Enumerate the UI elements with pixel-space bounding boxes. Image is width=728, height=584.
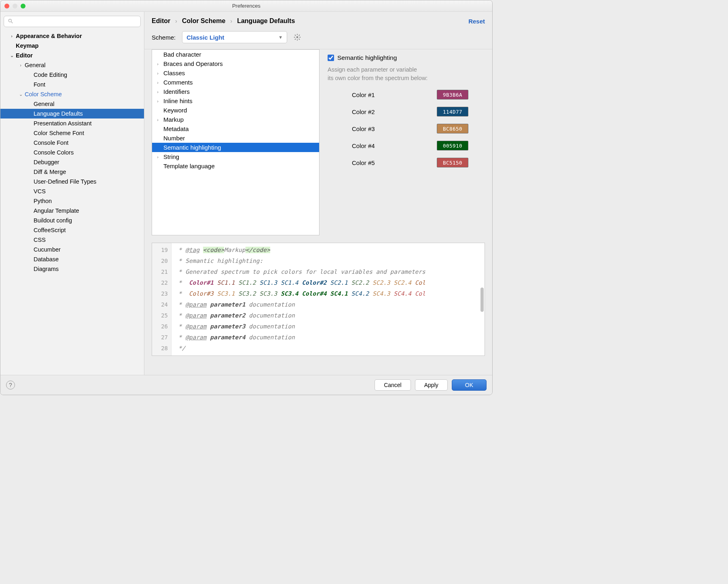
sidebar-item[interactable]: ⌄Color Scheme [0, 89, 144, 99]
titlebar: Preferences [0, 0, 492, 12]
sidebar-item[interactable]: ⌄Editor [0, 51, 144, 60]
sidebar-item-label: Python [34, 198, 52, 204]
category-item[interactable]: Bad character [152, 50, 319, 59]
semantic-checkbox[interactable] [328, 55, 334, 61]
sidebar-item-label: General [34, 101, 55, 107]
chevron-icon: › [17, 63, 25, 68]
svg-line-9 [295, 39, 296, 40]
sidebar-item[interactable]: ›General [0, 60, 144, 70]
sidebar-item[interactable]: Angular Template [0, 206, 144, 216]
reset-link[interactable]: Reset [468, 18, 485, 25]
chevron-right-icon: › [175, 18, 177, 24]
category-label: Comments [163, 79, 193, 86]
color-swatch[interactable]: BC5150 [437, 158, 468, 167]
category-label: Keyword [163, 107, 187, 114]
sidebar-item[interactable]: Language Defaults [0, 109, 144, 118]
category-item[interactable]: ›Classes [152, 68, 319, 78]
gear-icon[interactable] [294, 34, 301, 41]
sidebar-item-label: Language Defaults [34, 110, 83, 117]
category-item[interactable]: ›Comments [152, 78, 319, 87]
sidebar-item-label: Font [34, 81, 45, 88]
sidebar-item[interactable]: Font [0, 80, 144, 89]
color-swatch[interactable]: 114D77 [437, 107, 468, 116]
chevron-right-icon: › [230, 18, 232, 24]
category-item[interactable]: ›Braces and Operators [152, 59, 319, 68]
chevron-icon: › [152, 89, 163, 94]
semantic-checkbox-label: Semantic highlighting [337, 54, 397, 61]
sidebar-item-label: Diff & Merge [34, 169, 66, 175]
sidebar-item[interactable]: Console Font [0, 138, 144, 148]
color-swatch[interactable]: 005910 [437, 141, 468, 150]
vertical-scrollbar[interactable] [480, 288, 484, 312]
apply-button[interactable]: Apply [415, 379, 448, 391]
code-area: * @tag <code>Markup</code> * Semantic hi… [171, 243, 485, 355]
sidebar-item[interactable]: Debugger [0, 157, 144, 167]
sidebar-item-label: Appearance & Behavior [16, 33, 82, 39]
sidebar-item[interactable]: Color Scheme Font [0, 128, 144, 138]
color-label: Color #1 [352, 91, 384, 98]
sidebar-item[interactable]: CoffeeScript [0, 225, 144, 235]
category-item[interactable]: ›String [152, 152, 319, 161]
category-item[interactable]: ›Identifiers [152, 87, 319, 96]
sidebar-item-label: Buildout config [34, 217, 72, 224]
chevron-icon: › [152, 117, 163, 122]
category-item[interactable]: Semantic highlighting [152, 143, 319, 152]
sidebar-item-label: Console Colors [34, 149, 74, 156]
category-item[interactable]: Number [152, 133, 319, 143]
sidebar-item[interactable]: Diff & Merge [0, 167, 144, 177]
breadcrumb-language-defaults: Language Defaults [237, 17, 295, 25]
scheme-select[interactable]: Classic Light ▼ [182, 31, 287, 43]
color-swatch[interactable]: 9B3B6A [437, 90, 468, 99]
sidebar-item-label: Angular Template [34, 207, 79, 214]
color-swatch[interactable]: BC8650 [437, 124, 468, 133]
sidebar-item[interactable]: ›Appearance & Behavior [0, 31, 144, 41]
sidebar-item-label: VCS [34, 188, 46, 195]
sidebar-item[interactable]: Diagrams [0, 264, 144, 274]
sidebar-item[interactable]: General [0, 99, 144, 109]
category-item[interactable]: ›Markup [152, 115, 319, 124]
sidebar-item-label: Keymap [16, 42, 38, 49]
sidebar-item-label: Presentation Assistant [34, 120, 91, 127]
sidebar-item[interactable]: Console Colors [0, 148, 144, 157]
help-icon[interactable]: ? [6, 381, 15, 389]
breadcrumb-color-scheme[interactable]: Color Scheme [182, 17, 226, 25]
semantic-checkbox-row[interactable]: Semantic highlighting [328, 54, 483, 61]
sidebar-item[interactable]: Buildout config [0, 216, 144, 225]
sidebar-item[interactable]: Code Editing [0, 70, 144, 80]
category-label: String [163, 153, 179, 160]
breadcrumb-editor[interactable]: Editor [152, 17, 170, 25]
sidebar-item[interactable]: Presentation Assistant [0, 118, 144, 128]
sidebar-item[interactable]: Database [0, 254, 144, 264]
category-label: Template language [163, 163, 215, 169]
sidebar-item[interactable]: VCS [0, 186, 144, 196]
category-list: Bad character›Braces and Operators›Class… [152, 49, 320, 235]
sidebar-item-label: CoffeeScript [34, 227, 66, 233]
sidebar-item[interactable]: CSS [0, 235, 144, 245]
color-row: Color #4 005910 [352, 141, 483, 150]
sidebar-item[interactable]: Cucumber [0, 245, 144, 254]
sidebar-item[interactable]: Keymap [0, 41, 144, 51]
category-item[interactable]: Template language [152, 161, 319, 171]
color-row: Color #3 BC8650 [352, 124, 483, 133]
sidebar-item-label: Color Scheme [25, 91, 62, 97]
category-label: Number [163, 135, 185, 142]
sidebar-item-label: Diagrams [34, 266, 59, 272]
search-input[interactable] [4, 16, 141, 27]
sidebar-item-label: Database [34, 256, 59, 262]
chevron-down-icon: ▼ [278, 35, 283, 40]
color-row: Color #1 9B3B6A [352, 90, 483, 99]
category-label: Metadata [163, 125, 189, 132]
category-item[interactable]: Keyword [152, 106, 319, 115]
category-item[interactable]: Metadata [152, 124, 319, 133]
category-item[interactable]: ›Inline hints [152, 96, 319, 106]
svg-point-2 [296, 36, 298, 38]
scheme-value: Classic Light [186, 34, 224, 41]
category-label: Bad character [163, 51, 201, 58]
color-row: Color #2 114D77 [352, 107, 483, 116]
scheme-label: Scheme: [152, 34, 176, 41]
sidebar-item[interactable]: Python [0, 196, 144, 206]
ok-button[interactable]: OK [452, 379, 487, 391]
color-label: Color #3 [352, 125, 384, 132]
sidebar-item[interactable]: User-Defined File Types [0, 177, 144, 186]
cancel-button[interactable]: Cancel [375, 379, 411, 391]
